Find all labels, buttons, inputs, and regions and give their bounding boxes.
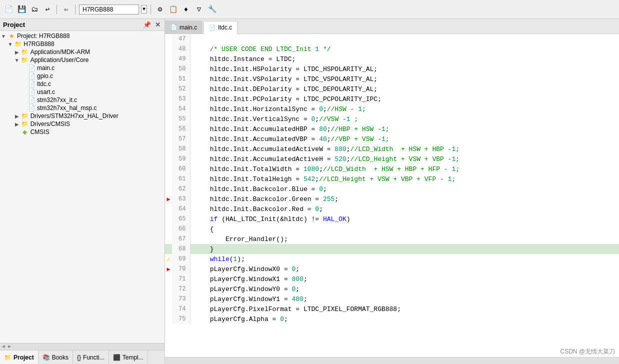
save-icon[interactable]: 💾 (16, 4, 27, 15)
tree-indent-stm32h7xx-it-c (0, 96, 20, 104)
line-num-55: 55 (172, 114, 190, 124)
code-content-60[interactable]: hltdc.Init.TotalWidth = 1080;//LCD_Width… (190, 164, 619, 174)
tree-item-usart-c[interactable]: 📄usart.c (0, 88, 164, 96)
sep1 (56, 4, 57, 14)
tree-item-gpio-c[interactable]: 📄gpio.c (0, 72, 164, 80)
new-file-icon[interactable]: 📄 (3, 4, 14, 15)
tree-item-stm32h7xx-hal-c[interactable]: 📄stm32h7xx_hal_msp.c (0, 104, 164, 112)
code-content-64[interactable]: hltdc.Init.Backcolor.Red = 0; (190, 204, 619, 214)
tree-icon-root: ★ (7, 32, 16, 40)
line-arrow-71 (165, 274, 172, 284)
line-num-71: 71 (172, 274, 190, 284)
code-content-63[interactable]: hltdc.Init.Backcolor.Green = 255; (190, 194, 619, 204)
code-content-75[interactable]: pLayerCfg.Alpha = 0; (190, 314, 619, 324)
code-content-48[interactable]: /* USER CODE END LTDC_Init 1 */ (190, 44, 619, 54)
main-c-file-icon: 📄 (170, 24, 178, 30)
code-content-53[interactable]: hltdc.Init.PCPolarity = LTDC_PCPOLARITY_… (190, 94, 619, 104)
tree-expand-user-core[interactable]: ▼ (14, 58, 20, 63)
tree-expand-mdk-arm[interactable]: ▶ (14, 50, 20, 55)
tree-icon-cmsis: ◆ (20, 128, 30, 136)
code-content-71[interactable]: pLayerCfg.WindowX1 = 800; (190, 274, 619, 284)
sidebar: Project 📌 ✕ ▼★Project: H7RGB888 ▼📁H7RGB8… (0, 19, 165, 364)
tree-icon-hal-driver: 📁 (20, 112, 30, 120)
code-hscroll[interactable] (165, 357, 619, 364)
tree-item-h7rgb888[interactable]: ▼📁H7RGB888 (0, 40, 164, 48)
code-content-72[interactable]: pLayerCfg.WindowY0 = 0; (190, 284, 619, 294)
project-dropdown[interactable]: ▼ (141, 5, 147, 14)
line-arrow-50 (165, 64, 172, 74)
tab-books[interactable]: 📚 Books (38, 350, 73, 364)
tab-project[interactable]: 📁 Project (0, 350, 38, 364)
line-arrow-70: ▶ (165, 264, 172, 274)
tab-main-c[interactable]: 📄 main.c (165, 20, 202, 34)
project-name-input[interactable] (79, 4, 139, 14)
code-content-47[interactable] (190, 34, 619, 44)
target-icon[interactable]: ♦ (180, 4, 192, 15)
tree-indent-usart-c (0, 88, 20, 96)
code-content-58[interactable]: hltdc.Init.AccumulatedActiveW = 880;//LC… (190, 144, 619, 154)
sidebar-hscroll[interactable]: ◄ ► (0, 343, 164, 350)
code-content-61[interactable]: hltdc.Init.TotalHeigh = 542;//LCD_Height… (190, 174, 619, 184)
code-content-65[interactable]: if (HAL_LTDC_Init(&hltdc) != HAL_OK) (190, 214, 619, 224)
line-num-68: 68 (172, 244, 190, 254)
copy-icon[interactable]: 📋 (168, 4, 178, 15)
code-content-68[interactable]: } (190, 244, 619, 254)
line-arrow-56 (165, 124, 172, 134)
code-content-49[interactable]: hltdc.Instance = LTDC; (190, 54, 619, 64)
code-content-52[interactable]: hltdc.Init.DEPolarity = LTDC_DEPOLARITY_… (190, 84, 619, 94)
code-content-54[interactable]: hltdc.Init.HorizontalSync = 0;//HSW - 1; (190, 104, 619, 114)
code-content-59[interactable]: hltdc.Init.AccumulatedActiveH = 520;//LC… (190, 154, 619, 164)
code-content-55[interactable]: hltdc.Init.VerticalSync = 0;//VSW -1 ; (190, 114, 619, 124)
tree-item-stm32h7xx-it-c[interactable]: 📄stm32h7xx_it.c (0, 96, 164, 104)
code-content-66[interactable]: { (190, 224, 619, 234)
code-content-67[interactable]: Error_Handler(); (190, 234, 619, 244)
tree-item-hal-driver[interactable]: ▶📁Drivers/STM32H7xx_HAL_Driver (0, 112, 164, 120)
load-icon[interactable]: ⚙ (154, 4, 166, 15)
tab-templates[interactable]: ⬛ Templ... (109, 350, 148, 364)
tree-label-mdk-arm: Application/MDK-ARM (30, 48, 90, 56)
tab-functions[interactable]: {} Functi... (73, 350, 109, 364)
code-row-75: 75 pLayerCfg.Alpha = 0; (165, 314, 619, 324)
tab-ltdc-c[interactable]: 📄 ltdc.c (204, 21, 238, 34)
sidebar-pin-btn[interactable]: 📌 (142, 21, 152, 28)
tree-expand-hal-driver[interactable]: ▶ (14, 114, 20, 119)
code-area[interactable]: 4748 /* USER CODE END LTDC_Init 1 */49 h… (165, 34, 619, 357)
run-icon[interactable]: 🔧 (206, 4, 218, 15)
tree-expand-h7rgb888[interactable]: ▼ (6, 42, 14, 47)
code-content-73[interactable]: pLayerCfg.WindowY1 = 480; (190, 294, 619, 304)
nav-icon[interactable]: ⇦ (60, 4, 72, 15)
filter-icon[interactable]: ▽ (194, 4, 204, 15)
tree-item-user-core[interactable]: ▼📁Application/User/Core (0, 56, 164, 64)
tree-item-cmsis[interactable]: ◆CMSIS (0, 128, 164, 136)
undo-icon[interactable]: ↩ (42, 4, 53, 15)
code-content-69[interactable]: while(1); (190, 254, 619, 264)
tree-item-cmsis-folder[interactable]: ▶📁Drivers/CMSIS (0, 120, 164, 128)
save-all-icon[interactable]: 🗂 (29, 4, 40, 15)
tree-item-mdk-arm[interactable]: ▶📁Application/MDK-ARM (0, 48, 164, 56)
code-content-51[interactable]: hltdc.Init.VSPolarity = LTDC_VSPOLARITY_… (190, 74, 619, 84)
line-num-53: 53 (172, 94, 190, 104)
line-num-48: 48 (172, 44, 190, 54)
line-arrow-60 (165, 164, 172, 174)
code-content-74[interactable]: pLayerCfg.PixelFormat = LTDC_PIXEL_FORMA… (190, 304, 619, 314)
tree-label-user-core: Application/User/Core (30, 56, 89, 64)
code-row-68: 68 } (165, 244, 619, 254)
line-num-65: 65 (172, 214, 190, 224)
tree-expand-root[interactable]: ▼ (0, 34, 7, 39)
tree-item-ltdc-c[interactable]: 📄ltdc.c (0, 80, 164, 88)
tree-item-root[interactable]: ▼★Project: H7RGB888 (0, 32, 164, 40)
code-content-57[interactable]: hltdc.Init.AccumulatedVBP = 40;//VBP + V… (190, 134, 619, 144)
tree-label-stm32h7xx-hal-c: stm32h7xx_hal_msp.c (37, 104, 96, 112)
code-content-62[interactable]: hltdc.Init.Backcolor.Blue = 0; (190, 184, 619, 194)
code-content-56[interactable]: hltdc.Init.AccumulatedHBP = 80;//HBP + H… (190, 124, 619, 134)
line-arrow-64 (165, 204, 172, 214)
sidebar-close-btn[interactable]: ✕ (154, 21, 162, 28)
red-arrow-icon: ▶ (166, 266, 170, 273)
code-content-70[interactable]: pLayerCfg.WindowX0 = 0; (190, 264, 619, 274)
code-content-50[interactable]: hltdc.Init.HSPolarity = LTDC_HSPOLARITY_… (190, 64, 619, 74)
tree-expand-cmsis-folder[interactable]: ▶ (14, 122, 20, 127)
code-row-71: 71 pLayerCfg.WindowX1 = 800; (165, 274, 619, 284)
line-num-51: 51 (172, 74, 190, 84)
code-row-48: 48 /* USER CODE END LTDC_Init 1 */ (165, 44, 619, 54)
tree-item-main-c[interactable]: 📄main.c (0, 64, 164, 72)
